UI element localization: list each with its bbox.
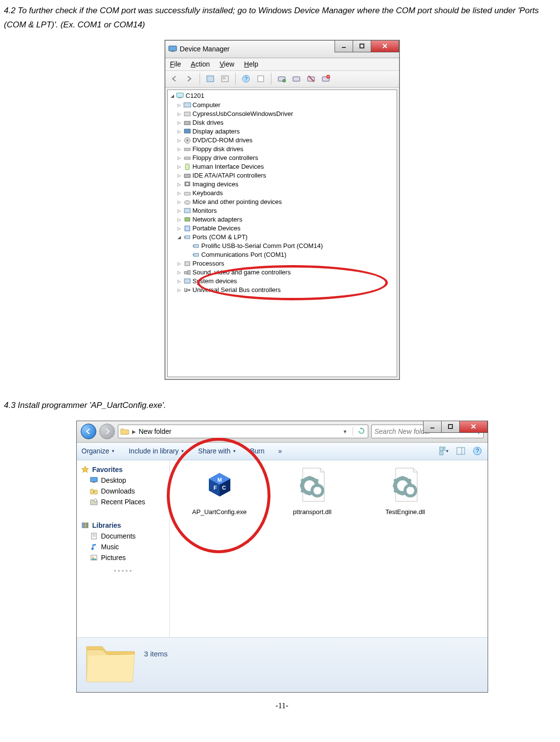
sidebar-item-pictures[interactable]: Pictures [81,552,165,563]
device-manager-toolbar: ? [165,71,399,88]
tree-node-com1[interactable]: Communications Port (COM1) [192,250,395,259]
forward-button[interactable] [99,424,115,439]
svg-rect-45 [193,254,194,255]
tree-node[interactable]: ▷IDE ATA/ATAPI controllers [177,171,395,180]
device-manager-icon [168,45,177,53]
explorer-toolbar: Organize ▼ Include in library ▼ Share wi… [77,443,488,460]
toolbar-icon[interactable] [290,72,303,85]
explorer-titlebar[interactable]: ▶ New folder ▼ Search New folder [77,421,488,443]
tree-node-com14[interactable]: Prolific USB-to-Serial Comm Port (COM14) [192,242,395,250]
svg-point-87 [301,479,304,482]
tree-node[interactable]: ▷Network adapters [177,215,395,224]
scan-hardware-icon[interactable] [275,72,288,85]
svg-point-90 [308,493,311,495]
close-button[interactable] [459,421,488,433]
forward-button[interactable] [183,72,196,85]
sidebar-item-music[interactable]: Music [81,541,165,552]
status-text: 3 items [144,641,168,658]
svg-rect-6 [207,76,214,82]
tree-node[interactable]: ▷Computer [177,101,395,110]
sidebar-resize-handle[interactable] [81,570,165,571]
tree-node[interactable]: ▷Floppy disk drives [177,145,395,154]
file-pttransport[interactable]: pttransport.dll [278,465,347,516]
svg-rect-30 [184,157,190,159]
details-pane: 3 items [77,637,488,692]
minimize-button[interactable] [423,421,442,433]
svg-point-73 [91,547,93,550]
svg-rect-50 [188,289,190,291]
address-bar[interactable]: ▶ New folder ▼ [118,425,368,438]
sidebar-item-recent[interactable]: Recent Places [81,496,165,507]
menu-action[interactable]: Action [191,60,210,68]
organize-button[interactable]: Organize ▼ [82,447,115,455]
toolbar-icon[interactable] [219,72,231,85]
svg-rect-25 [184,121,190,125]
sidebar-libraries-header[interactable]: Libraries [81,521,165,530]
svg-point-84 [308,476,311,479]
tree-node[interactable]: ▷Keyboards [177,189,395,198]
menu-file[interactable]: File [170,60,181,68]
tree-node[interactable]: ▷Human Interface Devices [177,162,395,171]
svg-point-86 [316,484,319,487]
file-pane[interactable]: M C F AP_UartConfig.exe [170,460,488,637]
more-button[interactable]: » [278,447,282,455]
tree-node[interactable]: ▷Portable Devices [177,224,395,233]
svg-point-88 [300,484,303,487]
sidebar-item-documents[interactable]: Documents [81,531,165,541]
section-4-2-text: 4.2 To further check if the COM port was… [4,4,560,32]
menu-view[interactable]: View [220,60,234,68]
address-dropdown-icon[interactable]: ▼ [343,429,348,434]
tree-node[interactable]: ▷DVD/CD-ROM drives [177,136,395,145]
file-testengine[interactable]: TestEngine.dll [371,465,440,516]
view-button[interactable]: ▼ [439,446,449,456]
close-button[interactable] [371,41,399,52]
folder-icon [120,427,129,436]
tree-node[interactable]: ▷Disk drives [177,118,395,127]
svg-point-99 [401,493,404,495]
toolbar-icon[interactable] [204,72,217,85]
svg-point-95 [409,484,412,487]
sidebar-favorites-header[interactable]: Favorites [81,465,165,474]
svg-rect-44 [194,253,199,256]
help-icon[interactable]: ? [472,446,483,456]
desktop-icon [90,476,98,485]
tree-node[interactable]: ▷Monitors [177,206,395,215]
toolbar-icon[interactable] [254,72,267,85]
maximize-button[interactable] [353,41,371,52]
svg-rect-47 [184,271,187,274]
sidebar-item-desktop[interactable]: Desktop [81,475,165,486]
uninstall-icon[interactable] [319,72,332,85]
menu-help[interactable]: Help [244,60,258,68]
include-library-button[interactable]: Include in library ▼ [129,447,184,455]
maximize-button[interactable] [441,421,460,433]
tree-root-node[interactable]: ◢ C1201 [171,92,395,100]
toolbar-icon[interactable] [305,72,317,85]
svg-rect-59 [440,451,443,455]
file-label: TestEngine.dll [371,508,440,516]
back-button[interactable] [81,424,96,439]
page-number: -11- [4,701,560,710]
svg-point-66 [94,499,97,502]
red-circle-annotation [197,265,388,300]
file-label: pttransport.dll [278,508,347,516]
preview-pane-button[interactable] [455,446,466,456]
device-tree[interactable]: ◢ C1201 ▷Computer ▷CypressUsbConsoleWind… [167,90,397,377]
tree-node[interactable]: ▷Imaging devices [177,180,395,189]
tree-node[interactable]: ▷Mice and other pointing devices [177,198,395,206]
back-button[interactable] [168,72,181,85]
tree-node[interactable]: ▷CypressUsbConsoleWindowsDriver [177,110,395,118]
tree-node[interactable]: ▷Floppy drive controllers [177,154,395,162]
tree-node-ports[interactable]: ◢Ports (COM & LPT) [177,233,395,242]
svg-rect-69 [87,523,88,528]
svg-point-98 [394,490,397,493]
device-manager-titlebar[interactable]: Device Manager [165,41,399,58]
pictures-icon [90,553,98,562]
svg-rect-29 [184,148,190,151]
minimize-button[interactable] [335,41,353,52]
sidebar-item-downloads[interactable]: Downloads [81,486,165,496]
address-refresh-icon[interactable] [358,427,365,435]
svg-rect-41 [184,237,185,238]
svg-point-89 [301,490,304,493]
help-icon[interactable]: ? [240,72,252,85]
tree-node[interactable]: ▷Display adapters [177,127,395,136]
